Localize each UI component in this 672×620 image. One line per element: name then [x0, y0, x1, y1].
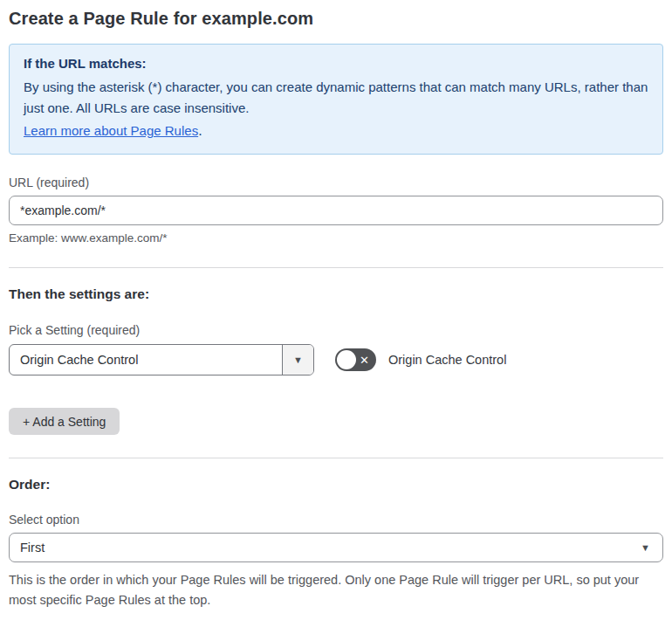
setting-row: Origin Cache Control ▼ ✕ Origin Cache Co…	[9, 344, 663, 375]
chevron-down-icon: ▼	[293, 355, 303, 365]
url-input[interactable]	[9, 196, 663, 225]
order-helper-text: This is the order in which your Page Rul…	[9, 570, 659, 610]
divider	[9, 267, 663, 268]
order-section-heading: Order:	[9, 477, 663, 493]
info-box-body: By using the asterisk (*) character, you…	[24, 77, 648, 119]
pick-setting-label: Pick a Setting (required)	[9, 323, 663, 337]
url-match-info-box: If the URL matches: By using the asteris…	[9, 44, 663, 155]
origin-cache-control-toggle[interactable]: ✕	[335, 348, 376, 371]
toggle-off-x-icon: ✕	[360, 355, 369, 366]
order-select[interactable]: First ▼	[9, 533, 663, 562]
order-select-label: Select option	[9, 513, 663, 527]
add-setting-button[interactable]: + Add a Setting	[9, 408, 120, 435]
toggle-label: Origin Cache Control	[388, 353, 506, 367]
info-box-heading: If the URL matches:	[24, 56, 648, 71]
origin-cache-control-toggle-wrap: ✕ Origin Cache Control	[335, 348, 506, 371]
url-field-label: URL (required)	[9, 176, 663, 189]
settings-section-heading: Then the settings are:	[9, 286, 663, 302]
learn-more-link[interactable]: Learn more about Page Rules	[24, 121, 198, 141]
link-suffix: .	[198, 123, 202, 138]
toggle-knob	[337, 350, 356, 369]
setting-select[interactable]: Origin Cache Control ▼	[9, 344, 314, 375]
setting-select-value: Origin Cache Control	[10, 345, 282, 375]
url-example-helper: Example: www.example.com/*	[9, 231, 663, 245]
order-select-value: First	[20, 541, 45, 555]
setting-select-arrow-button[interactable]: ▼	[282, 345, 313, 375]
divider	[9, 458, 663, 458]
chevron-down-icon: ▼	[641, 542, 650, 553]
page-title: Create a Page Rule for example.com	[9, 9, 663, 29]
